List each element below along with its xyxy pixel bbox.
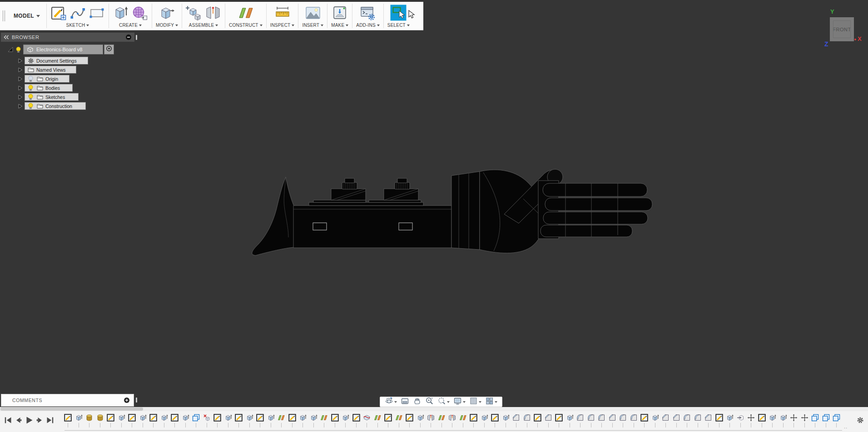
timeline-feature-move[interactable] <box>799 414 810 427</box>
browser-item-named-views[interactable]: Named Views <box>17 66 114 74</box>
timeline-feature-sketch[interactable] <box>404 414 415 427</box>
timeline-feature-chamfer[interactable] <box>660 414 671 427</box>
timeline-feature-extrude[interactable] <box>159 414 170 427</box>
nav-look-at-button[interactable] <box>399 397 411 407</box>
toolbar-group-label[interactable]: CREATE <box>119 23 142 29</box>
timeline-feature-extrude[interactable] <box>565 414 575 427</box>
timeline-feature-sketch[interactable] <box>169 414 180 427</box>
toolbar-group-label[interactable]: SELECT <box>387 23 410 29</box>
timeline-feature-copy[interactable] <box>831 414 842 427</box>
select-icon[interactable] <box>390 5 407 21</box>
joint-icon[interactable] <box>205 5 221 21</box>
measure-icon[interactable] <box>274 5 291 21</box>
timeline-feature-extrude[interactable] <box>266 414 277 427</box>
timeline-feature-sketch[interactable] <box>383 414 394 427</box>
timeline-feature-sketch[interactable] <box>490 414 501 427</box>
expand-icon[interactable] <box>17 67 23 73</box>
expand-icon[interactable] <box>17 76 23 82</box>
timeline-feature-extrude[interactable] <box>180 414 191 427</box>
root-component[interactable]: Electronics-Board v8 <box>23 44 103 54</box>
toolbar-group-label[interactable]: ASSEMBLE <box>189 23 218 29</box>
spline-icon[interactable] <box>69 5 86 21</box>
timeline-settings-gear-icon[interactable] <box>857 417 864 424</box>
play-button[interactable] <box>25 416 34 425</box>
timeline-feature-sketch[interactable] <box>532 414 543 427</box>
timeline-feature-extrude[interactable] <box>479 414 490 427</box>
timeline-feature-chamfer[interactable] <box>703 414 714 427</box>
timeline-scrollbar-thumb[interactable] <box>0 407 143 411</box>
viewcube[interactable]: FRONT <box>830 17 854 41</box>
timeline-feature-move[interactable] <box>746 414 757 427</box>
browser-item-box[interactable]: Sketches <box>25 93 79 101</box>
nav-display-settings-button[interactable] <box>451 397 467 407</box>
make-print-icon[interactable] <box>332 5 348 21</box>
timeline-feature-joint[interactable] <box>447 414 458 427</box>
construct-plane-icon[interactable] <box>238 5 254 21</box>
timeline-feature-sketch[interactable] <box>351 414 362 427</box>
nav-zoom-button[interactable] <box>423 397 436 407</box>
timeline-feature-fillet[interactable] <box>618 414 629 427</box>
step-forward-button[interactable] <box>35 416 44 425</box>
visibility-bulb-icon[interactable] <box>15 46 21 53</box>
browser-header[interactable]: BROWSER <box>1 33 134 42</box>
toolbar-group-label[interactable]: CONSTRUCT <box>229 23 263 29</box>
timeline-feature-plane[interactable] <box>436 414 447 427</box>
timeline-feature-fillet[interactable] <box>596 414 607 427</box>
timeline-feature-fillet[interactable] <box>682 414 693 427</box>
timeline-feature-sketch[interactable] <box>212 414 223 427</box>
expand-icon[interactable] <box>17 58 23 64</box>
nav-fit-button[interactable] <box>436 397 451 407</box>
timeline-feature-chamfer[interactable] <box>511 414 522 427</box>
new-component-icon[interactable] <box>186 5 202 21</box>
visibility-bulb-icon[interactable] <box>28 75 34 82</box>
timeline-feature-copy[interactable] <box>821 414 832 427</box>
press-pull-icon[interactable] <box>159 5 175 21</box>
timeline-feature-extrude[interactable] <box>298 414 308 427</box>
comments-bar[interactable]: COMMENTS <box>1 394 134 407</box>
timeline-feature-move[interactable] <box>789 414 799 427</box>
timeline-feature-delete[interactable] <box>202 414 213 427</box>
toolbar-group-label[interactable]: INSERT <box>302 23 323 29</box>
toolbar-group-label[interactable]: MODIFY <box>156 23 178 29</box>
rectangle-icon[interactable] <box>89 5 105 21</box>
nav-pan-button[interactable] <box>411 397 423 407</box>
panel-resize-handle[interactable] <box>136 35 137 40</box>
timeline-feature-sketch[interactable] <box>757 414 768 427</box>
panel-resize-handle[interactable] <box>136 398 137 403</box>
add-comment-icon[interactable] <box>124 397 130 403</box>
timeline-feature-plane[interactable] <box>372 414 383 427</box>
toolbar-group-label[interactable]: SKETCH <box>66 23 89 29</box>
timeline-feature-copy[interactable] <box>810 414 821 427</box>
form-icon[interactable] <box>132 5 148 21</box>
toolbar-group-label[interactable]: ADD-INS <box>356 23 380 29</box>
workspace-switcher[interactable]: MODEL <box>7 2 46 30</box>
timeline-feature-fillet[interactable] <box>693 414 704 427</box>
minimize-panel-icon[interactable] <box>125 34 132 40</box>
viewport-canvas[interactable] <box>0 30 868 407</box>
extrude-icon[interactable] <box>113 5 129 21</box>
expand-collapse-icon[interactable] <box>7 46 14 53</box>
timeline-feature-extrude[interactable] <box>650 414 661 427</box>
activate-component-radio[interactable] <box>104 44 114 54</box>
browser-item-origin[interactable]: Origin <box>17 75 114 83</box>
collapse-panel-icon[interactable] <box>3 34 9 40</box>
go-to-end-button[interactable] <box>45 416 55 425</box>
timeline-feature-sketch[interactable] <box>233 414 244 427</box>
expand-icon[interactable] <box>17 94 23 100</box>
timeline-feature-fillet[interactable] <box>629 414 640 427</box>
step-back-button[interactable] <box>14 416 23 425</box>
go-to-start-button[interactable] <box>4 416 13 425</box>
browser-item-document-settings[interactable]: Document Settings <box>17 57 114 64</box>
timeline-feature-extrude[interactable] <box>501 414 511 427</box>
browser-item-box[interactable]: Document Settings <box>25 57 88 64</box>
add-ins-icon[interactable] <box>360 5 376 21</box>
timeline-feature-sketch[interactable] <box>468 414 479 427</box>
timeline-feature-sketch[interactable] <box>714 414 725 427</box>
insert-image-icon[interactable] <box>305 5 321 21</box>
timeline-feature-extrude[interactable] <box>724 414 735 427</box>
timeline-feature-extrude[interactable] <box>767 414 778 427</box>
timeline-feature-sketch[interactable] <box>287 414 298 427</box>
toolbar-group-label[interactable]: INSPECT <box>270 23 295 29</box>
timeline-feature-thread[interactable] <box>84 414 95 427</box>
browser-item-sketches[interactable]: Sketches <box>17 93 114 101</box>
